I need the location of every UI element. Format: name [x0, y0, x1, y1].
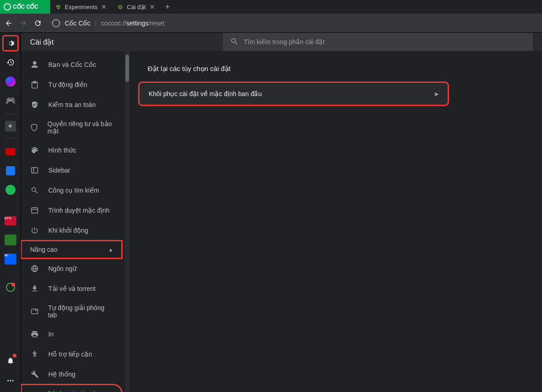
notifications-icon[interactable]: [4, 354, 17, 367]
reload-button[interactable]: [34, 19, 42, 27]
close-icon[interactable]: ✕: [101, 3, 107, 10]
forward-button[interactable]: [19, 19, 27, 27]
nav-label: Sidebar: [48, 167, 70, 174]
nav-label: Tự động điền: [48, 81, 87, 88]
nav-languages[interactable]: Ngôn ngữ: [21, 259, 122, 279]
sidebar-gunny-icon[interactable]: [4, 233, 17, 247]
nav-print[interactable]: In: [21, 324, 122, 344]
settings-search-input[interactable]: Tìm kiếm trong phần cài đặt: [223, 33, 533, 51]
nav-label: Đặt lại các tùy chọn cài đặt: [47, 390, 113, 392]
nav-you-and-coccoc[interactable]: Bạn và Cốc Cốc: [21, 55, 122, 75]
nav-label: Tự động giải phóng tab: [48, 304, 113, 319]
palette-icon: [30, 146, 39, 155]
url-text: coccoc://settings/reset: [101, 20, 165, 27]
shield-check-icon: [30, 100, 39, 109]
svg-point-2: [12, 380, 13, 382]
nav-safety-check[interactable]: Kiểm tra an toàn: [21, 95, 122, 115]
browser-icon: [30, 206, 39, 215]
svg-rect-8: [31, 309, 38, 314]
sidebar-games-icon[interactable]: 🎮: [4, 94, 17, 107]
globe-icon: [30, 264, 39, 273]
sidebar-spotify-icon[interactable]: [4, 183, 17, 197]
nav-label: Hình thức: [48, 147, 76, 154]
svg-point-1: [10, 380, 11, 382]
radiation-icon: ☢: [56, 4, 61, 10]
scrollbar-thumb[interactable]: [125, 55, 129, 82]
window-icon: [30, 166, 39, 175]
download-icon: [30, 284, 39, 293]
settings-content: Đặt lại các tùy chọn cài đặt Khôi phục c…: [129, 51, 542, 392]
sidebar-facebook-icon[interactable]: [4, 164, 17, 178]
settings-header: Cài đặt Tìm kiếm trong phần cài đặt: [21, 33, 542, 51]
sidebar-separator: [5, 114, 16, 114]
sidebar-add-button[interactable]: +: [5, 121, 16, 132]
nav-label: Ngôn ngữ: [48, 265, 77, 272]
search-icon: [230, 37, 238, 47]
sidebar-history-icon[interactable]: [4, 56, 17, 69]
svg-rect-5: [31, 208, 38, 213]
sidebar-messenger-icon[interactable]: [4, 75, 17, 88]
gear-icon: ⚙: [118, 4, 123, 10]
tab-icon: [30, 307, 39, 316]
sidebar-youtube-icon[interactable]: [4, 145, 17, 158]
more-icon[interactable]: [4, 374, 17, 387]
nav-reset-settings[interactable]: Đặt lại các tùy chọn cài đặt: [21, 384, 122, 392]
sidebar-settings-icon[interactable]: [4, 36, 17, 50]
nav-autofill[interactable]: Tự động điền: [21, 75, 122, 95]
logo-text: CỐC CỐC: [13, 4, 38, 10]
advanced-label: Nâng cao: [30, 246, 57, 253]
site-icon: [52, 19, 60, 27]
accessibility-icon: [30, 350, 39, 359]
nav-appearance[interactable]: Hình thức: [21, 140, 122, 160]
svg-point-9: [34, 351, 36, 352]
nav-on-startup[interactable]: Khi khởi động: [21, 220, 122, 240]
nav-label: Hệ thống: [48, 371, 75, 378]
chevron-up-icon: ▲: [108, 247, 113, 252]
nav-accessibility[interactable]: Hỗ trợ tiếp cận: [21, 344, 122, 364]
card-label: Khôi phục cài đặt về mặc định ban đầu: [149, 90, 262, 97]
back-button[interactable]: [5, 19, 13, 27]
close-icon[interactable]: ✕: [150, 3, 155, 10]
tab-label: Cài đặt: [127, 4, 146, 10]
content-section-title: Đặt lại các tùy chọn cài đặt: [148, 65, 533, 73]
svg-point-0: [7, 380, 9, 382]
sidebar-vtv-icon[interactable]: VTV: [4, 214, 17, 228]
sidebar-tiki-icon[interactable]: tiki: [4, 252, 17, 266]
browser-logo[interactable]: CỐC CỐC: [0, 0, 50, 14]
nav-label: Công cụ tìm kiếm: [48, 187, 99, 194]
restore-defaults-card[interactable]: Khôi phục cài đặt về mặc định ban đầu ▶: [139, 82, 449, 106]
nav-label: Tải về và torrent: [48, 285, 96, 292]
nav-label: Bạn và Cốc Cốc: [48, 61, 96, 68]
vertical-sidebar: 🎮 + VTV tiki: [0, 33, 21, 392]
settings-panel: Cài đặt Tìm kiếm trong phần cài đặt Bạn …: [21, 33, 542, 392]
nav-search-engine[interactable]: Công cụ tìm kiếm: [21, 180, 122, 200]
omnibox-brand: Cốc Cốc: [65, 20, 90, 27]
sidebar-separator: [5, 138, 16, 138]
nav-privacy-security[interactable]: Quyền riêng tư và bảo mật: [21, 115, 122, 140]
scrollbar-track: [125, 51, 129, 392]
nav-sidebar[interactable]: Sidebar: [21, 160, 122, 180]
nav-downloads[interactable]: Tải về và torrent: [21, 279, 122, 299]
nav-label: Hỗ trợ tiếp cận: [48, 351, 92, 358]
nav-label: Trình duyệt mặc định: [48, 207, 109, 214]
wrench-icon: [30, 370, 39, 379]
nav-auto-free-tab[interactable]: Tự động giải phóng tab: [21, 299, 122, 324]
sidebar-coccoc-icon[interactable]: [4, 280, 17, 294]
search-placeholder: Tìm kiếm trong phần cài đặt: [244, 38, 325, 46]
address-bar[interactable]: Cốc Cốc | coccoc://settings/reset: [48, 19, 537, 27]
coccoc-logo-icon: [4, 3, 11, 10]
tab-experiments[interactable]: ☢ Experiments ✕: [50, 0, 112, 14]
print-icon: [30, 330, 39, 339]
nav-label: Quyền riêng tư và bảo mật: [47, 120, 113, 135]
tab-settings[interactable]: ⚙ Cài đặt ✕: [112, 0, 160, 14]
power-icon: [30, 226, 39, 235]
nav-advanced-toggle[interactable]: Nâng cao ▲: [21, 240, 122, 259]
chevron-right-icon: ▶: [435, 91, 439, 97]
nav-default-browser[interactable]: Trình duyệt mặc định: [21, 200, 122, 220]
nav-system[interactable]: Hệ thống: [21, 364, 122, 384]
tab-bar: CỐC CỐC ☢ Experiments ✕ ⚙ Cài đặt ✕ +: [0, 0, 542, 14]
settings-title: Cài đặt: [30, 38, 54, 46]
new-tab-button[interactable]: +: [160, 2, 175, 12]
svg-rect-3: [31, 168, 38, 173]
nav-label: Kiểm tra an toàn: [48, 101, 96, 108]
